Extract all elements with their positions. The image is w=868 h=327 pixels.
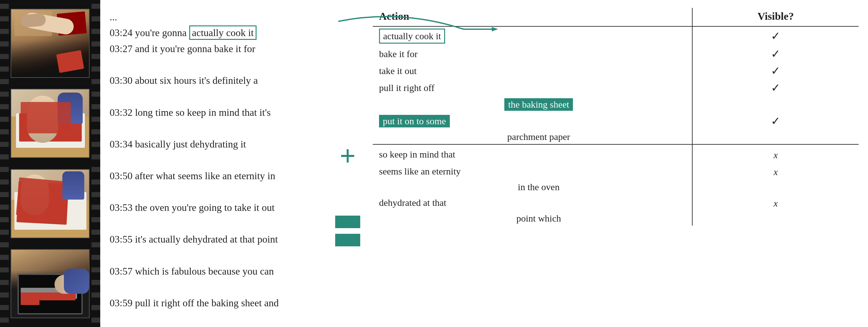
action-cell-indent: point which bbox=[373, 211, 692, 226]
visible-cell bbox=[692, 130, 859, 144]
table-row: take it out ✓ bbox=[373, 62, 859, 79]
teal-rect-1 bbox=[335, 216, 360, 228]
transcript-line-5: 03:50 after what seems like an eternity … bbox=[110, 168, 329, 184]
teal-rect-2 bbox=[335, 234, 360, 246]
action-cell: pull it right off bbox=[373, 79, 692, 96]
table-row: put it on to some ✓ bbox=[373, 113, 859, 130]
col-header-action: Action bbox=[373, 8, 692, 26]
visible-cell bbox=[692, 211, 859, 226]
table-row: seems like an eternity x bbox=[373, 163, 859, 180]
transcript-section: ... 03:24 you're gonna actually cook it … bbox=[110, 6, 329, 321]
visible-cell: x bbox=[692, 163, 859, 180]
transcript-line-8: 03:57 which is fabulous because you can bbox=[110, 264, 329, 279]
action-table: Action Visible? actually cook it ✓ bbox=[373, 8, 859, 226]
visible-cell: ✓ bbox=[692, 46, 859, 62]
table-row: dehydrated at that x bbox=[373, 194, 859, 211]
action-cell-indent: in the oven bbox=[373, 180, 692, 194]
action-cell: so keep in mind that bbox=[373, 144, 692, 163]
main-layout: ... 03:24 you're gonna actually cook it … bbox=[100, 0, 868, 327]
timestamp-0: 03:24 you're gonna bbox=[110, 27, 189, 38]
highlighted-phrase: actually cook it bbox=[189, 25, 256, 40]
x-mark: x bbox=[774, 198, 778, 208]
film-frame-4 bbox=[11, 249, 90, 318]
checkmark: ✓ bbox=[771, 48, 780, 60]
table-row: in the oven bbox=[373, 180, 859, 194]
table-row: actually cook it ✓ bbox=[373, 26, 859, 46]
visible-cell: x bbox=[692, 194, 859, 211]
transcript-line-3: 03:32 long time so keep in mind that it'… bbox=[110, 105, 329, 120]
table-row: the baking sheet bbox=[373, 96, 859, 113]
x-mark: x bbox=[774, 150, 778, 160]
table-row: pull it right off ✓ bbox=[373, 79, 859, 96]
highlighted-action-cell: actually cook it bbox=[379, 29, 445, 44]
transcript-line-6: 03:53 the oven you're going to take it o… bbox=[110, 200, 329, 216]
transcript-line-0: 03:24 you're gonna actually cook it bbox=[110, 25, 329, 41]
filmstrip bbox=[0, 0, 100, 327]
table-row: so keep in mind that x bbox=[373, 144, 859, 163]
table-row: parchment paper bbox=[373, 130, 859, 144]
transcript-line-1: 03:27 and it you're gonna bake it for bbox=[110, 41, 329, 57]
action-cell: bake it for bbox=[373, 46, 692, 62]
transcript-text: ... 03:24 you're gonna actually cook it … bbox=[110, 9, 329, 327]
checkmark: ✓ bbox=[771, 82, 780, 94]
visible-cell: ✓ bbox=[692, 62, 859, 79]
action-cell: take it out bbox=[373, 62, 692, 79]
film-frame-2 bbox=[11, 89, 90, 158]
plus-icon: + bbox=[340, 142, 355, 170]
action-cell: dehydrated at that bbox=[373, 194, 692, 211]
visible-cell: ✓ bbox=[692, 113, 859, 130]
action-cell-indent: parchment paper bbox=[373, 130, 692, 144]
action-cell-indent: the baking sheet bbox=[373, 96, 692, 113]
table-row: bake it for ✓ bbox=[373, 46, 859, 62]
middle-section: + bbox=[329, 6, 367, 321]
visible-cell: ✓ bbox=[692, 79, 859, 96]
transcript-line-9: 03:59 pull it right off the baking sheet… bbox=[110, 295, 329, 311]
film-frame-1 bbox=[11, 9, 90, 78]
transcript-line-4: 03:34 basically just dehydrating it bbox=[110, 137, 329, 152]
action-cell: put it on to some bbox=[373, 113, 692, 130]
col-header-visible: Visible? bbox=[692, 8, 859, 26]
main-content: ... 03:24 you're gonna actually cook it … bbox=[100, 0, 868, 327]
visible-cell bbox=[692, 180, 859, 194]
x-mark: x bbox=[774, 167, 778, 177]
checkmark: ✓ bbox=[771, 65, 780, 77]
action-cell: actually cook it bbox=[373, 26, 692, 46]
transcript-line-2: 03:30 about six hours it's definitely a bbox=[110, 73, 329, 88]
checkmark: ✓ bbox=[771, 30, 780, 43]
checkmark: ✓ bbox=[771, 115, 780, 128]
visible-cell: x bbox=[692, 144, 859, 163]
ellipsis-start: ... bbox=[110, 11, 117, 23]
table-section: Action Visible? actually cook it ✓ bbox=[367, 6, 859, 321]
table-row: point which bbox=[373, 211, 859, 226]
action-cell: seems like an eternity bbox=[373, 163, 692, 180]
film-frame-3 bbox=[11, 169, 90, 238]
visible-cell bbox=[692, 96, 859, 113]
transcript-line-7: 03:55 it's actually dehydrated at that p… bbox=[110, 231, 329, 247]
visible-cell: ✓ bbox=[692, 26, 859, 46]
